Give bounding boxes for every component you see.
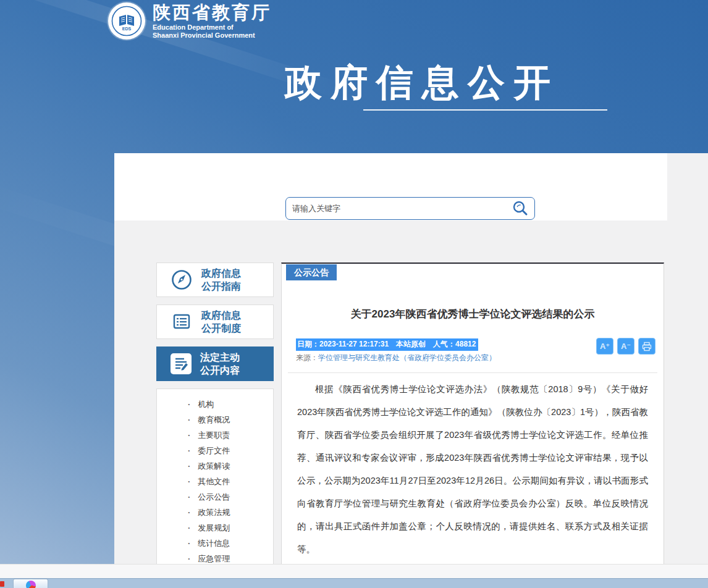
- sidebar-list-item-label: 教育概况: [198, 414, 230, 426]
- site-header: EDS 陕西省教育厅 Education Department of Shaan…: [108, 2, 271, 40]
- sidebar-list-item[interactable]: · 应急管理: [157, 551, 273, 564]
- font-toolbar: A⁺ A⁻: [596, 338, 655, 355]
- sidebar-list-item-label: 委厅文件: [198, 445, 230, 456]
- clipboard-pencil-icon: [171, 353, 192, 374]
- bullet-icon: ·: [188, 539, 190, 548]
- article-meta: 日期：2023-11-27 12:17:31 本站原创 人气：48812 来源：…: [296, 338, 655, 363]
- source-link[interactable]: 学位管理与研究生教育处（省政府学位委员会办公室）: [318, 353, 496, 362]
- page-title: 政府信息公开: [285, 58, 559, 108]
- bullet-icon: ·: [188, 446, 190, 455]
- sidebar-item-label: 政府信息 公开指南: [201, 267, 241, 293]
- ledger-icon: [171, 311, 193, 333]
- bullet-icon: ·: [188, 461, 190, 471]
- education-department-seal-icon: EDS: [109, 4, 144, 38]
- sidebar-item-disclosure-guide[interactable]: 政府信息 公开指南: [156, 262, 274, 297]
- taskbar-app-icon-red[interactable]: [0, 581, 4, 587]
- sidebar-item-label: 政府信息 公开制度: [201, 309, 241, 335]
- sidebar-list-item-label: 机构: [198, 399, 214, 410]
- sidebar-item-statutory-disclosure[interactable]: 法定主动 公开内容: [156, 346, 274, 381]
- bullet-icon: ·: [188, 415, 190, 424]
- sidebar-list: · 机构 · 教育概况 · 主要职责 · 委厅文件 · 政策解读 · 其他文件 …: [156, 388, 274, 564]
- bullet-icon: ·: [188, 430, 190, 440]
- sidebar-list-item-label: 政策解读: [198, 461, 230, 472]
- sidebar-list-item-label: 政策法规: [198, 507, 230, 518]
- taskbar: [0, 578, 708, 588]
- banner-underline: [363, 109, 607, 111]
- sidebar-item-disclosure-system[interactable]: 政府信息 公开制度: [156, 304, 274, 339]
- sidebar-list-item[interactable]: · 政策法规: [157, 505, 273, 520]
- sidebar-list-item-label: 其他文件: [198, 476, 230, 487]
- print-button[interactable]: [638, 338, 655, 355]
- sidebar-list-item-label: 应急管理: [198, 553, 230, 565]
- bullet-icon: ·: [188, 554, 190, 563]
- sidebar-list-item[interactable]: · 其他文件: [157, 474, 273, 489]
- bottom-strip: [0, 564, 708, 578]
- sidebar-list-item[interactable]: · 公示公告: [157, 489, 273, 505]
- font-increase-button[interactable]: A⁺: [596, 338, 613, 355]
- printer-icon: [642, 342, 652, 351]
- site-logo-icon[interactable]: EDS: [108, 2, 145, 40]
- sidebar-list-item-label: 统计信息: [198, 538, 230, 549]
- sidebar-list-item[interactable]: · 教育概况: [157, 412, 273, 427]
- bullet-icon: ·: [188, 508, 190, 517]
- svg-text:EDS: EDS: [122, 27, 132, 31]
- bullet-icon: ·: [188, 492, 190, 502]
- article-paragraph: 根据《陕西省优秀博士学位论文评选办法》（陕教规范〔2018〕9号）《关于做好20…: [297, 378, 648, 561]
- search-box: [285, 197, 535, 220]
- sidebar-item-label: 法定主动 公开内容: [200, 351, 240, 377]
- sidebar: 政府信息 公开指南 政府信息 公开制度: [156, 262, 274, 564]
- bullet-icon: ·: [188, 400, 190, 409]
- sidebar-list-item[interactable]: · 主要职责: [157, 427, 273, 443]
- sidebar-list-item-label: 主要职责: [198, 430, 230, 441]
- compass-icon: [171, 269, 193, 291]
- site-name-cn: 陕西省教育厅: [153, 3, 271, 22]
- tab-public-notice[interactable]: 公示公告: [286, 264, 337, 280]
- font-decrease-button[interactable]: A⁻: [617, 338, 634, 355]
- sidebar-list-item[interactable]: · 委厅文件: [157, 443, 273, 458]
- article-body: 根据《陕西省优秀博士学位论文评选办法》（陕教规范〔2018〕9号）《关于做好20…: [297, 378, 648, 564]
- article-source: 来源：学位管理与研究生教育处（省政府学位委员会办公室）: [296, 353, 496, 363]
- sidebar-list-item-label: 公示公告: [198, 492, 230, 503]
- sidebar-list-item[interactable]: · 统计信息: [157, 536, 273, 551]
- article-panel: 公示公告 关于2023年陕西省优秀博士学位论文评选结果的公示 日期：2023-1…: [281, 262, 664, 564]
- site-name-en: Education Department of Shaanxi Provinci…: [153, 23, 271, 40]
- article-title: 关于2023年陕西省优秀博士学位论文评选结果的公示: [294, 307, 651, 321]
- sidebar-list-item[interactable]: · 政策解读: [157, 458, 273, 474]
- bullet-icon: ·: [188, 523, 190, 532]
- main-container: 政府信息 公开指南 政府信息 公开制度: [114, 153, 708, 564]
- article-date-views: 日期：2023-11-27 12:17:31 本站原创 人气：48812: [296, 338, 478, 351]
- sidebar-list-item[interactable]: · 发展规划: [157, 520, 273, 536]
- browser-logo-icon: [26, 581, 36, 588]
- bullet-icon: ·: [188, 477, 190, 486]
- sidebar-list-item-label: 发展规划: [198, 523, 230, 534]
- search-input[interactable]: [286, 198, 534, 219]
- sidebar-list-item[interactable]: · 机构: [157, 397, 273, 412]
- taskbar-browser-button[interactable]: [13, 579, 48, 588]
- search-icon[interactable]: [511, 200, 529, 218]
- meta-divider: [288, 372, 657, 373]
